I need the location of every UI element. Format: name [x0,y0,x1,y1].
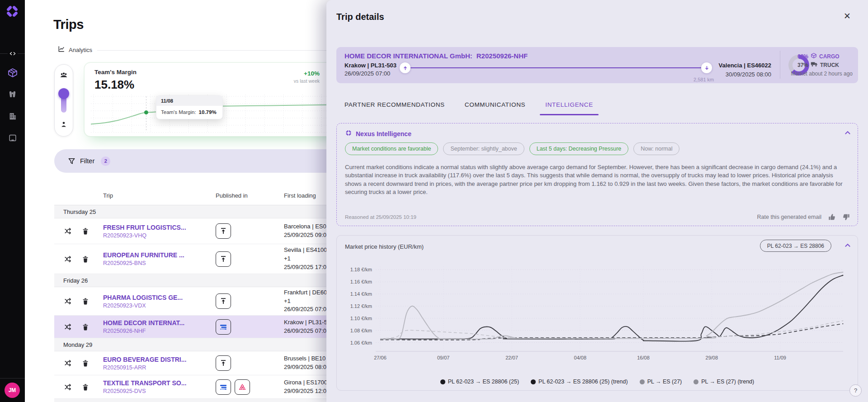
truck-label: TRUCK [820,62,839,68]
device-tablet-icon[interactable] [7,132,18,143]
company-building-icon[interactable] [7,110,18,122]
analytics-toggle[interactable]: Analytics [58,45,92,54]
trip-company-link[interactable]: TEXTILE TRANSPORT SO... [103,379,216,387]
trip-id-link[interactable]: R20250923-VDX [103,303,216,309]
market-price-chart: 1.18 €/km1.16 €/km1.14 €/km1.12 €/km1.10… [342,257,853,365]
margin-delta: +10% [274,70,320,77]
published-upload-button[interactable] [216,251,231,267]
intelligence-chip[interactable]: Market conditions are favorable [345,142,438,155]
reassign-route-icon[interactable] [64,255,72,263]
route-company-link[interactable]: HOME DECOR INTERNATIONAL GmbH: [344,52,472,60]
trip-id-link[interactable]: R20250923-VHQ [103,232,216,239]
nexus-logo-small-icon [345,129,352,138]
chevron-up-icon[interactable] [844,129,851,137]
help-button[interactable]: ? [849,384,862,397]
column-header-trip[interactable]: Trip [103,192,216,199]
published-alpega-button[interactable] [235,379,250,395]
tab-intelligence[interactable]: INTELLIGENCE [545,101,593,110]
svg-text:1.18 €/km: 1.18 €/km [350,267,372,272]
legend-item[interactable]: PL → ES (27) (trend) [693,378,754,385]
truck-percentage: 37% [795,62,808,68]
route-distance: 2,581 km [693,77,714,82]
reassign-route-icon[interactable] [64,297,72,305]
nexus-intelligence-panel: Nexus Intelligence Market conditions are… [336,123,858,226]
delete-trip-icon[interactable] [81,297,90,305]
team-icon[interactable] [59,71,68,81]
binoculars-icon[interactable] [7,89,18,100]
origin-arrow-icon [400,62,410,73]
reasoned-timestamp: Reasoned at 25/09/2025 10:19 [345,214,416,220]
person-icon[interactable] [60,120,68,130]
thumbs-up-icon[interactable] [828,213,836,221]
svg-text:1.10 €/km: 1.10 €/km [350,316,372,321]
delete-trip-icon[interactable] [81,227,90,235]
cargo-cube-icon [811,52,817,60]
route-card-divider [780,51,780,79]
cargo-percentage: 63% [795,53,808,60]
trip-company-link[interactable]: EUROPEAN FURNITURE ... [103,251,216,259]
margin-card-value: 15.18% [94,78,134,92]
close-icon[interactable]: ✕ [844,12,851,20]
legend-item[interactable]: PL 62-023 → ES 28806 (25) [440,378,519,385]
route-filter-chip[interactable]: PL 62-023 → ES 28806 [760,240,831,252]
svg-text:1.12 €/km: 1.12 €/km [350,303,372,309]
svg-text:1.08 €/km: 1.08 €/km [350,328,372,333]
switch-knob[interactable] [58,88,69,114]
legend-item[interactable]: PL 62-023 → ES 28806 (25) (trend) [531,378,628,385]
trip-id-link[interactable]: R20250915-ARR [103,364,216,371]
cargo-label: CARGO [819,53,840,60]
published-upload-button[interactable] [216,355,231,371]
trip-company-link[interactable]: EURO BEVERAGE DISTRI... [103,356,216,363]
published-upload-button[interactable] [216,293,231,309]
funnel-icon [68,157,75,165]
published-trans-button[interactable] [216,319,231,335]
margin-chart-tooltip: 11/08 Team's Margin: 10.79% [156,95,223,119]
reassign-route-icon[interactable] [64,323,72,331]
intelligence-summary-text: Current market conditions indicate a nor… [345,163,849,197]
analytics-label: Analytics [69,47,92,53]
column-header-published[interactable]: Published in [216,192,284,199]
published-upload-button[interactable] [216,223,231,239]
sidebar: JM [0,0,25,402]
svg-text:22/07: 22/07 [505,355,518,360]
destination-city: Valencia | ES46022 [680,62,771,69]
reassign-route-icon[interactable] [64,227,72,235]
svg-text:1.14 €/km: 1.14 €/km [350,291,372,297]
intelligence-chip[interactable]: Last 5 days: Decreasing Pressure [529,142,629,155]
filter-count-badge: 2 [101,156,110,166]
thumbs-down-icon[interactable] [842,213,850,221]
tab-partner-recommendations[interactable]: PARTNER RECOMMENDATIONS [344,101,445,110]
trip-id-link[interactable]: R20250926-NHF [103,328,216,334]
route-summary-card: HOME DECOR INTERNATIONAL GmbH: R20250926… [336,47,858,83]
chevron-up-icon[interactable] [844,242,851,249]
market-updated-text: Market about 2 hours ago [791,71,853,77]
published-trans-button[interactable] [216,379,231,395]
trip-company-link[interactable]: FRESH FRUIT LOGISTICS... [103,224,216,231]
nexus-logo-icon[interactable] [5,4,20,19]
trip-id-link[interactable]: R20250925-BNS [103,260,216,266]
package-icon[interactable] [7,67,18,78]
chevrons-collapse-icon[interactable] [8,50,18,57]
trip-details-tabs: PARTNER RECOMMENDATIONS COMMUNICATIONS I… [344,101,593,110]
user-avatar[interactable]: JM [5,383,20,398]
legend-item[interactable]: PL → ES (27) [640,378,682,385]
team-individual-switch[interactable] [54,64,73,137]
trip-company-link[interactable]: HOME DECOR INTERNAT... [103,319,216,326]
tooltip-date: 11/08 [156,96,222,106]
tab-communications[interactable]: COMMUNICATIONS [465,101,525,110]
delete-trip-icon[interactable] [81,255,90,263]
route-reference[interactable]: R20250926-NHF [476,52,528,60]
delete-trip-icon[interactable] [81,323,90,331]
trip-company-link[interactable]: PHARMA LOGISTICS GE... [103,294,216,301]
margin-delta-caption: vs last week [274,78,320,84]
delete-trip-icon[interactable] [81,359,90,367]
trip-id-link[interactable]: R20250925-DVS [103,388,216,394]
reassign-route-icon[interactable] [64,383,72,391]
intelligence-chip[interactable]: September: slightly_above [443,142,524,155]
intelligence-chip[interactable]: Now: normal [633,142,679,155]
trip-details-drawer: Trip details ✕ HOME DECOR INTERNATIONAL … [326,0,868,402]
column-header-first-loading[interactable]: First loading [284,192,316,199]
reassign-route-icon[interactable] [64,359,72,367]
delete-trip-icon[interactable] [81,383,90,391]
drawer-title: Trip details [336,12,384,22]
